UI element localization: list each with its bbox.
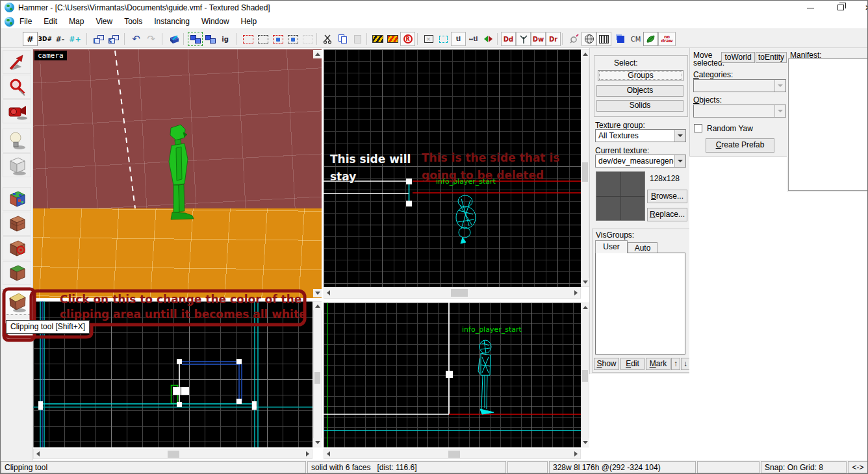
tab-user[interactable]: User [595,240,628,253]
paste-button[interactable] [350,32,365,46]
scroll-right-arrow[interactable] [572,449,580,458]
vertical-scrollbar[interactable] [313,301,322,447]
visgroups-list[interactable] [595,253,685,355]
cut-button[interactable] [320,32,335,46]
to-world-button[interactable]: toWorld [721,52,755,63]
scrollbar-thumb[interactable] [314,372,320,384]
scrollbar-thumb[interactable] [448,451,460,458]
status-resize-grip[interactable]: <-> [848,461,868,473]
viewport-2d-bottom-right[interactable] [324,303,581,447]
load-window-state-button[interactable]: L [91,32,106,46]
magnify-tool-button[interactable] [3,75,31,99]
scrollbar-thumb[interactable] [168,451,179,458]
toggle-world-detail-button[interactable]: Dw [531,32,546,46]
edit-cordon-button[interactable] [370,32,385,46]
scroll-down-arrow[interactable] [313,289,322,297]
apply-decals-tool-button[interactable] [3,236,31,260]
visgroup-hidden-button[interactable] [300,32,315,46]
create-prefab-button[interactable]: Create Prefab [706,138,774,153]
chevron-down-icon[interactable] [674,130,685,142]
objects-combo[interactable] [693,105,786,118]
scrollbar-thumb[interactable] [582,370,588,382]
undo-button[interactable]: ↶ [129,32,144,46]
select-groups-button[interactable]: Groups [598,70,683,81]
horizontal-scrollbar[interactable] [33,449,313,459]
replace-button[interactable]: Replace... [647,208,687,221]
menu-map[interactable]: Map [63,15,90,29]
hide-unselected-button[interactable] [255,32,270,46]
show-button[interactable]: Show [594,358,619,370]
smoothing-groups-button[interactable] [567,32,581,46]
toggle-ray-trace-button[interactable]: Dr [546,32,561,46]
clipping-tool-button[interactable] [3,289,31,315]
menu-view[interactable]: View [90,15,118,29]
scroll-right-arrow[interactable] [572,288,580,297]
nodraw-preview-button[interactable]: nodraw [658,32,676,46]
group-button[interactable] [188,32,203,46]
overlay-tool-button[interactable] [3,261,31,285]
radius-culling-button[interactable]: R [400,32,415,46]
show-hidden-dark-button[interactable] [285,32,300,46]
scroll-left-arrow[interactable] [324,288,333,297]
model-fade-preview-button[interactable] [581,32,596,46]
browse-button[interactable]: Browse... [647,190,687,203]
close-button[interactable]: ✕ [862,3,868,12]
scroll-right-arrow[interactable] [303,449,312,458]
select-solids-button[interactable]: Solids [596,100,683,112]
flip-objects-button[interactable] [481,32,496,46]
scroll-up-arrow[interactable] [313,302,322,310]
selection-tool-button[interactable] [3,50,31,74]
hide-selected-button[interactable] [240,32,255,46]
select-inside-button[interactable] [436,32,451,46]
scroll-left-arrow[interactable] [324,449,333,458]
restore-button[interactable] [834,3,847,12]
current-texture-combo[interactable]: dev/dev_measuregene [595,155,686,168]
viewport-2d-top[interactable] [324,49,581,287]
menu-instancing[interactable]: Instancing [148,15,196,29]
menu-window[interactable]: Window [196,15,235,29]
toggle-detail-objects-button[interactable]: Dd [501,32,516,46]
texture-application-tool-button[interactable] [3,187,31,211]
select-touching-button[interactable]: × [421,32,436,46]
menu-file[interactable]: File [14,15,38,29]
to-entity-button[interactable]: toEntity [756,52,787,63]
entity-tool-button[interactable] [3,129,31,153]
scroll-left-arrow[interactable] [34,449,42,458]
toggle-grid-button[interactable]: # [23,32,38,46]
horizontal-scrollbar[interactable] [324,449,581,459]
move-down-button[interactable]: ↓ [681,358,690,370]
move-up-button[interactable]: ↑ [671,358,680,370]
scroll-down-arrow[interactable] [581,278,589,286]
scroll-down-arrow[interactable] [313,438,322,447]
tab-auto[interactable]: Auto [628,242,657,253]
menu-edit[interactable]: Edit [38,15,63,29]
scroll-up-arrow[interactable] [581,50,589,58]
carve-button[interactable] [166,32,181,46]
save-window-state-button[interactable]: S [106,32,121,46]
scrollbar-thumb[interactable] [451,289,468,297]
select-objects-button[interactable]: Objects [596,85,683,97]
block-tool-button[interactable] [3,153,31,177]
camera-tool-button[interactable] [3,99,31,123]
displacement-mask-button[interactable] [613,32,628,46]
scroll-down-arrow[interactable] [581,438,589,447]
horizontal-scrollbar[interactable] [324,287,581,299]
larger-grid-button[interactable]: #+ [68,32,83,46]
texture-shaded-button[interactable] [596,32,611,46]
edit-button[interactable]: Edit [620,358,645,370]
texture-lock-button[interactable]: tl [451,32,466,46]
texture-group-combo[interactable]: All Textures [595,129,686,142]
random-yaw-checkbox[interactable] [694,124,702,132]
copy-button[interactable] [335,32,350,46]
scroll-up-arrow[interactable] [581,303,589,312]
menu-tools[interactable]: Tools [118,15,148,29]
ignore-groups-button[interactable]: ig [218,32,233,46]
toggle-3d-models-button[interactable] [516,32,531,46]
vertical-scrollbar[interactable] [581,303,589,447]
apply-texture-tool-button[interactable] [3,212,31,236]
smaller-grid-button[interactable]: #- [53,32,68,46]
show-hidden-red-button[interactable] [270,32,285,46]
color-mode-button[interactable]: CM [628,32,643,46]
mark-button[interactable]: Mark [646,358,670,370]
scrollbar-thumb[interactable] [582,162,588,182]
